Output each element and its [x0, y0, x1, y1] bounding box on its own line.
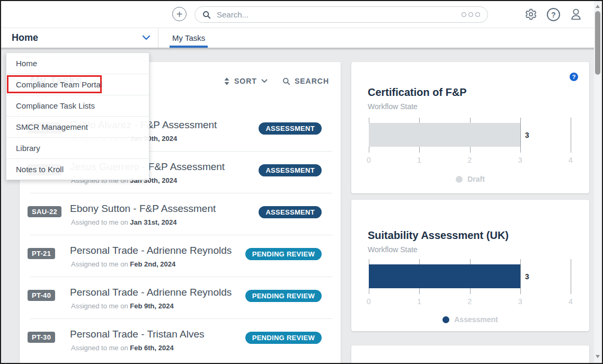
chart-title: Certification of F&P	[368, 86, 467, 99]
tick-label: 2	[468, 297, 472, 306]
legend-dot	[442, 316, 449, 323]
legend-label: Assessment	[454, 315, 498, 324]
task-assigned-date: Assigned to me on Feb 9th, 2024	[71, 302, 174, 310]
chart-card-certification: ? Certification of F&P Workflow State 3 …	[351, 62, 589, 193]
settings-gear-icon[interactable]	[525, 8, 537, 21]
help-icon[interactable]: ?	[547, 8, 560, 21]
search-icon	[282, 77, 290, 85]
top-bar: + ?	[1, 1, 602, 28]
user-profile-icon[interactable]	[569, 7, 583, 21]
scrollbar-down-arrow-icon[interactable]	[596, 355, 600, 358]
task-assigned-date: Assigned to me on Feb 6th, 2024	[71, 344, 174, 352]
panel-controls: SORT SEARCH	[224, 77, 329, 85]
task-id-badge: PT-21	[28, 248, 55, 259]
task-id-badge: PT-30	[28, 332, 55, 343]
chevron-down-icon	[142, 35, 150, 40]
legend-label: Draft	[467, 175, 485, 183]
chart-card-suitability: Suitability Assessment (UK) Workflow Sta…	[351, 200, 589, 331]
task-title: Personal Trade - Adrienne Reynolds	[70, 287, 232, 298]
bar-chart: 3 01234	[369, 118, 571, 153]
chart-card-partial	[351, 345, 589, 364]
plus-icon: +	[176, 9, 183, 20]
tick-label: 2	[468, 156, 472, 164]
sort-icon	[224, 77, 230, 85]
nav-dropdown-menu: Home Compliance Team Portal Compliance T…	[6, 52, 149, 180]
status-badge: PENDING REVIEW	[245, 290, 322, 302]
chart-legend: Assessment	[351, 315, 589, 324]
task-assigned-date: Assigned to me on Feb 2nd, 2024	[71, 260, 175, 268]
tick-label: 0	[367, 156, 371, 164]
nav-dropdown-label: Home	[12, 32, 38, 43]
tick-label: 0	[367, 297, 371, 306]
tick-label: 4	[569, 156, 573, 164]
chart-subtitle: Workflow State	[368, 245, 418, 254]
active-tab-underline	[170, 46, 208, 48]
global-search-bar[interactable]	[194, 6, 488, 23]
chart-legend: Draft	[351, 175, 589, 183]
tick-label: 1	[417, 297, 421, 306]
nav-bar: Home My Tasks	[1, 28, 602, 48]
question-mark-glyph: ?	[551, 11, 556, 19]
task-row[interactable]: PT-30 Personal Trade - Tristan Alves Ass…	[20, 319, 341, 361]
task-title: Personal Trade - Adrienne Reynolds	[70, 245, 232, 256]
nav-divider	[158, 28, 158, 48]
bar	[369, 264, 520, 288]
task-assigned-date: Assigned to me on Jan 31st, 2024	[71, 218, 177, 226]
status-badge: ASSESSMENT	[259, 164, 322, 176]
tab-my-tasks[interactable]: My Tasks	[170, 28, 208, 48]
task-id-badge: SAU-22	[28, 206, 61, 217]
search-icon	[202, 11, 211, 19]
sort-button[interactable]: SORT	[224, 77, 268, 85]
bar-value-label: 3	[525, 272, 529, 281]
chevron-down-icon	[261, 79, 268, 83]
menu-item-library[interactable]: Library	[6, 138, 149, 159]
status-badge: PENDING REVIEW	[245, 332, 322, 344]
menu-item-home[interactable]: Home	[6, 53, 149, 74]
axis-tick-labels: 01234	[369, 297, 571, 307]
menu-item-compliance-task-lists[interactable]: Compliance Task Lists	[6, 95, 149, 117]
add-button[interactable]: +	[172, 7, 187, 21]
task-title: Ebony Sutton - F&P Assessment	[70, 203, 216, 215]
bar-row: 3	[369, 264, 591, 288]
bar-value-label: 3	[525, 131, 529, 139]
tick-label: 3	[518, 156, 522, 164]
status-badge: ASSESSMENT	[259, 122, 322, 135]
status-badge: PENDING REVIEW	[245, 248, 322, 260]
task-id-badge: PT-40	[28, 290, 55, 301]
nav-dropdown-toggle[interactable]: Home	[12, 28, 150, 48]
scrollbar-up-arrow-icon[interactable]	[596, 5, 600, 8]
help-icon[interactable]: ?	[570, 73, 578, 81]
menu-item-notes-to-kroll[interactable]: Notes to Kroll	[6, 159, 149, 180]
highlight-annotation-box	[7, 75, 102, 93]
app-window: + ? Home	[0, 0, 603, 364]
menu-item-smcr-management[interactable]: SMCR Management	[6, 117, 149, 138]
tick-label: 4	[569, 297, 573, 306]
tick-label: 1	[417, 156, 421, 164]
legend-dot	[456, 176, 463, 183]
search-button[interactable]: SEARCH	[282, 77, 329, 85]
task-row[interactable]: PT-21 Personal Trade - Adrienne Reynolds…	[20, 235, 341, 277]
scrollbar[interactable]	[594, 1, 602, 363]
status-badge: ASSESSMENT	[259, 206, 322, 218]
bar-row: 3	[369, 123, 591, 147]
bar-chart: 3 01234	[369, 259, 571, 294]
scrollbar-thumb[interactable]	[595, 11, 600, 75]
tick-label: 3	[518, 297, 522, 306]
task-title: Personal Trade - Tristan Alves	[70, 329, 204, 340]
task-row[interactable]: SAU-22 Ebony Sutton - F&P Assessment Ass…	[20, 193, 341, 235]
search-options-icon[interactable]	[462, 12, 480, 17]
bar	[369, 123, 520, 147]
chart-title: Suitability Assessment (UK)	[368, 229, 509, 242]
search-input[interactable]	[216, 10, 457, 20]
axis-tick-labels: 01234	[369, 156, 571, 165]
task-row[interactable]: PT-40 Personal Trade - Adrienne Reynolds…	[20, 277, 341, 319]
chart-subtitle: Workflow State	[368, 102, 418, 111]
